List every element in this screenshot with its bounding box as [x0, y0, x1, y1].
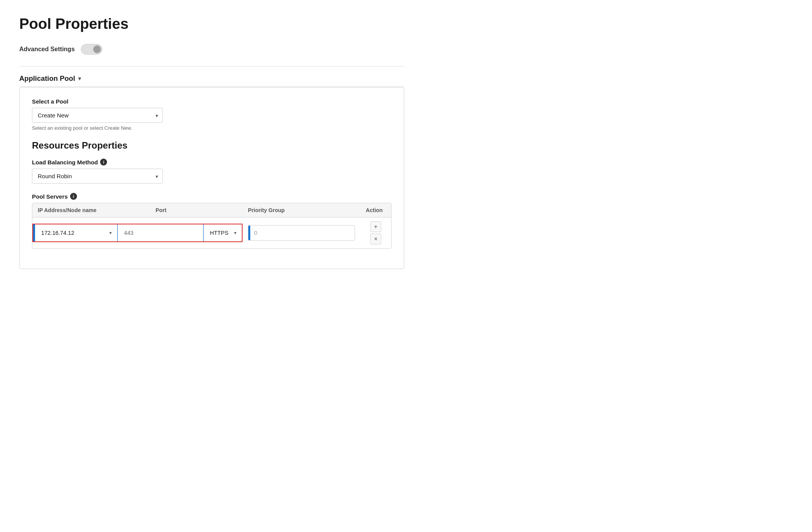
add-row-button[interactable]: +: [370, 221, 381, 232]
load-balancing-label-text: Load Balancing Method: [32, 159, 98, 166]
col-header-protocol: [196, 203, 243, 217]
port-input-wrapper: [118, 224, 203, 241]
pool-properties-card: Select a Pool Create New Pool 1 Pool 2 ▾…: [19, 87, 404, 269]
select-pool-wrapper: Create New Pool 1 Pool 2 ▾: [32, 108, 163, 123]
protocol-dropdown[interactable]: HTTPS HTTP TCP: [208, 228, 238, 238]
select-pool-group: Select a Pool Create New Pool 1 Pool 2 ▾…: [32, 98, 392, 131]
toggle-knob: [93, 45, 101, 53]
protocol-dropdown-wrapper: HTTPS HTTP TCP ▾: [208, 228, 238, 238]
application-pool-section-header[interactable]: Application Pool ▾: [19, 74, 404, 87]
ip-address-dropdown[interactable]: 172.16.74.12: [39, 228, 113, 238]
load-balancing-group: Load Balancing Method i Round Robin Leas…: [32, 159, 392, 184]
port-input[interactable]: [122, 228, 199, 238]
highlighted-cells-group: 172.16.74.12 ▾: [32, 224, 243, 242]
pool-servers-table: IP Address/Node name Port Priority Group…: [32, 203, 392, 249]
priority-input[interactable]: [250, 228, 355, 238]
load-balancing-info-icon[interactable]: i: [100, 159, 107, 166]
load-balancing-dropdown[interactable]: Round Robin Least Connections IP Hash: [32, 169, 163, 184]
select-pool-label: Select a Pool: [32, 98, 392, 105]
application-pool-label: Application Pool: [19, 74, 75, 83]
select-pool-dropdown[interactable]: Create New Pool 1 Pool 2: [32, 108, 163, 123]
action-cell: + ×: [360, 217, 391, 248]
col-header-priority: Priority Group: [243, 203, 360, 217]
port-cell: [118, 224, 203, 241]
col-header-port: Port: [150, 203, 196, 217]
resources-properties-title: Resources Properties: [32, 140, 392, 151]
protocol-cell: HTTPS HTTP TCP ▾: [204, 224, 242, 241]
ip-input-wrapper: 172.16.74.12 ▾: [35, 224, 117, 241]
pool-servers-group: Pool Servers i IP Address/Node name Port…: [32, 193, 392, 249]
remove-row-button[interactable]: ×: [370, 234, 381, 244]
table-header: IP Address/Node name Port Priority Group…: [32, 203, 391, 217]
page-title: Pool Properties: [19, 15, 404, 32]
ip-cell: 172.16.74.12 ▾: [33, 224, 117, 241]
protocol-select-wrapper: HTTPS HTTP TCP ▾: [204, 224, 242, 241]
load-balancing-label: Load Balancing Method i: [32, 159, 392, 166]
advanced-settings-label: Advanced Settings: [19, 46, 75, 53]
col-header-action: Action: [360, 203, 391, 217]
chevron-down-icon: ▾: [78, 75, 81, 82]
pool-servers-label: Pool Servers i: [32, 193, 392, 200]
priority-cell: [243, 221, 360, 244]
select-pool-hint: Select an existing pool or select Create…: [32, 125, 392, 131]
advanced-settings-row: Advanced Settings: [19, 44, 404, 55]
advanced-settings-toggle[interactable]: [81, 44, 102, 55]
ip-select-wrapper: 172.16.74.12 ▾: [39, 228, 113, 238]
col-header-ip: IP Address/Node name: [32, 203, 150, 217]
pool-servers-label-text: Pool Servers: [32, 193, 68, 200]
section-divider: [19, 66, 404, 67]
table-row: 172.16.74.12 ▾: [32, 217, 391, 248]
load-balancing-wrapper: Round Robin Least Connections IP Hash ▾: [32, 169, 163, 184]
pool-servers-info-icon[interactable]: i: [70, 193, 77, 200]
priority-input-wrapper: [248, 225, 355, 241]
